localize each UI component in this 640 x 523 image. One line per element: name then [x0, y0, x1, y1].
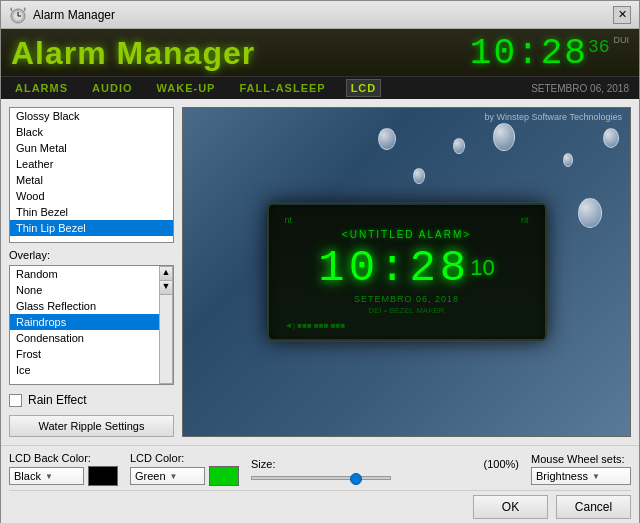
overlay-condensation[interactable]: Condensation — [10, 330, 159, 346]
preview-watermark: by Winstep Software Technologies — [485, 112, 622, 122]
title-bar: Alarm Manager ✕ — [1, 1, 639, 29]
clock-time: 10:28 — [470, 33, 588, 74]
lcd-preview: nt nt <UNTITLED ALARM> 10:2810 SETEMBRO … — [267, 203, 547, 342]
nav-wakeup[interactable]: WAKE-UP — [153, 80, 220, 96]
lcd-time-row: 10:2810 — [285, 246, 529, 290]
bezel-list-container: Glossy Black Black Gun Metal Leather Met… — [9, 107, 174, 243]
lcd-color-inner: Green ▼ — [130, 466, 239, 486]
overlay-raindrops[interactable]: Raindrops — [10, 314, 159, 330]
size-label-row: Size: (100%) — [251, 458, 519, 470]
lcd-color-select[interactable]: Green ▼ — [130, 467, 205, 485]
bezel-list[interactable]: Glossy Black Black Gun Metal Leather Met… — [10, 108, 173, 242]
app-icon — [9, 6, 27, 24]
lcd-top-row: nt nt — [285, 215, 529, 225]
bezel-item-thin-lip[interactable]: Thin Lip Bezel — [10, 220, 173, 236]
clock-date: DUI — [614, 35, 630, 45]
overlay-frost[interactable]: Frost — [10, 346, 159, 362]
overlay-glass[interactable]: Glass Reflection — [10, 298, 159, 314]
lcd-main-time: 10:28 — [318, 243, 470, 293]
app-header: Alarm Manager 10:28 36 DUI ALARMS AUDIO … — [1, 29, 639, 99]
size-slider[interactable] — [251, 476, 391, 480]
controls-row1: LCD Back Color: Black ▼ LCD Color: Green… — [9, 452, 631, 486]
rain-effect-label: Rain Effect — [28, 393, 86, 407]
lcd-back-color-group: LCD Back Color: Black ▼ — [9, 452, 118, 486]
rain-effect-checkbox[interactable] — [9, 394, 22, 407]
bezel-item-black[interactable]: Black — [10, 124, 173, 140]
lcd-color-group: LCD Color: Green ▼ — [130, 452, 239, 486]
nav-lcd[interactable]: LCD — [346, 79, 382, 97]
size-slider-thumb[interactable] — [350, 473, 362, 485]
nav-date: SETEMBRO 06, 2018 — [531, 83, 629, 94]
overlay-scrollbar[interactable]: ▲ ▼ — [159, 266, 173, 384]
lcd-color-arrow: ▼ — [170, 472, 178, 481]
bezel-item-wood[interactable]: Wood — [10, 188, 173, 204]
size-pct: (100%) — [484, 458, 519, 470]
overlay-ice[interactable]: Ice — [10, 362, 159, 378]
bezel-item-metal[interactable]: Metal — [10, 172, 173, 188]
lcd-color-label: LCD Color: — [130, 452, 239, 464]
brand-bar: Alarm Manager 10:28 36 DUI — [1, 29, 639, 76]
overlay-none[interactable]: None — [10, 282, 159, 298]
nav-fallasleep[interactable]: FALL-ASLEEP — [235, 80, 329, 96]
close-button[interactable]: ✕ — [613, 6, 631, 24]
bezel-item-leather[interactable]: Leather — [10, 156, 173, 172]
window-title: Alarm Manager — [33, 8, 613, 22]
mouse-wheel-select[interactable]: Brightness ▼ — [531, 467, 631, 485]
bezel-item-glossy-black[interactable]: Glossy Black — [10, 108, 173, 124]
nav-alarms[interactable]: ALARMS — [11, 80, 72, 96]
main-content: Glossy Black Black Gun Metal Leather Met… — [1, 99, 639, 445]
lcd-icons: ◄) ■■■ ■■■ ■■■ — [285, 321, 529, 330]
rain-effect-row: Rain Effect — [9, 393, 174, 407]
size-label: Size: — [251, 458, 275, 470]
bezel-item-gunmetal[interactable]: Gun Metal — [10, 140, 173, 156]
lcd-back-color-inner: Black ▼ — [9, 466, 118, 486]
clock-seconds: 36 — [588, 37, 610, 57]
clock-display: 10:28 36 DUI — [470, 33, 629, 74]
preview-area: by Winstep Software Technologies nt n — [182, 107, 631, 437]
water-ripple-button[interactable]: Water Ripple Settings — [9, 415, 174, 437]
lcd-back-color-arrow: ▼ — [45, 472, 53, 481]
overlay-label: Overlay: — [9, 249, 174, 261]
cancel-button[interactable]: Cancel — [556, 495, 631, 519]
overlay-random[interactable]: Random — [10, 266, 159, 282]
overlay-list[interactable]: Random None Glass Reflection Raindrops C… — [10, 266, 159, 384]
lcd-back-color-swatch — [88, 466, 118, 486]
bottom-controls: LCD Back Color: Black ▼ LCD Color: Green… — [1, 445, 639, 523]
size-group: Size: (100%) — [251, 458, 519, 480]
ok-button[interactable]: OK — [473, 495, 548, 519]
lcd-back-color-label: LCD Back Color: — [9, 452, 118, 464]
bezel-item-thin-bezel[interactable]: Thin Bezel — [10, 204, 173, 220]
right-panel: by Winstep Software Technologies nt n — [182, 107, 631, 437]
brand-title: Alarm Manager — [11, 35, 255, 72]
lcd-date: SETEMBRO 06, 2018 — [285, 294, 529, 304]
mouse-wheel-arrow: ▼ — [592, 472, 600, 481]
lcd-alarm-title: <UNTITLED ALARM> — [285, 229, 529, 240]
mouse-wheel-label: Mouse Wheel sets: — [531, 453, 631, 465]
nav-bar: ALARMS AUDIO WAKE-UP FALL-ASLEEP LCD SET… — [1, 76, 639, 99]
nav-audio[interactable]: AUDIO — [88, 80, 136, 96]
lcd-sub: DEI • BEZEL MAKER — [285, 306, 529, 315]
controls-row2: OK Cancel — [9, 490, 631, 519]
alarm-manager-window: Alarm Manager ✕ Alarm Manager 10:28 36 D… — [0, 0, 640, 523]
mouse-wheel-group: Mouse Wheel sets: Brightness ▼ — [531, 453, 631, 485]
overlay-list-container: Random None Glass Reflection Raindrops C… — [9, 265, 174, 385]
left-panel: Glossy Black Black Gun Metal Leather Met… — [9, 107, 174, 437]
lcd-seconds: 10 — [470, 255, 494, 280]
lcd-color-swatch — [209, 466, 239, 486]
lcd-back-color-select[interactable]: Black ▼ — [9, 467, 84, 485]
